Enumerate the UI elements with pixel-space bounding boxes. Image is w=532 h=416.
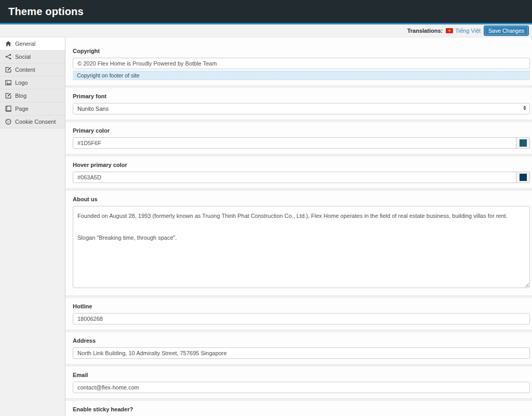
page-header: Theme options [0, 0, 532, 23]
email-label: Email [73, 372, 530, 378]
email-input[interactable] [73, 382, 530, 393]
book-icon [5, 106, 11, 112]
cookie-icon [5, 119, 11, 125]
select-arrows-icon [523, 106, 526, 110]
sidebar-item-label: Blog [15, 93, 26, 99]
sidebar-list: General Social Content Logo [0, 37, 65, 128]
share-icon [5, 54, 11, 60]
hover-primary-color-picker-button[interactable] [516, 172, 530, 183]
sidebar-item-label: Social [15, 54, 31, 60]
image-icon [5, 80, 11, 86]
page-title: Theme options [8, 6, 84, 18]
sidebar-item-cookie-consent[interactable]: Cookie Consent [0, 115, 65, 128]
sidebar-item-logo[interactable]: Logo [0, 76, 65, 89]
hotline-input[interactable] [73, 313, 530, 324]
hotline-group: Hotline [73, 298, 530, 330]
sidebar-item-content[interactable]: Content [0, 63, 65, 76]
translations-toolbar: Translations: Tiếng Việt Save Changes [0, 24, 532, 37]
sidebar-item-social[interactable]: Social [0, 50, 65, 63]
vietnam-flag-icon [446, 28, 453, 33]
hotline-label: Hotline [73, 303, 530, 309]
primary-font-selected-value: Nunito Sans [77, 106, 109, 112]
sidebar-item-label: Logo [15, 80, 28, 86]
sidebar-item-page[interactable]: Page [0, 102, 65, 115]
address-input[interactable] [73, 347, 530, 359]
edit-icon [5, 67, 11, 73]
primary-color-input[interactable] [73, 137, 516, 149]
address-label: Address [73, 337, 530, 344]
copyright-group: Copyright Copyright on footer of site [73, 45, 530, 85]
address-group: Address [73, 332, 530, 364]
language-link[interactable]: Tiếng Việt [446, 28, 481, 34]
primary-font-select[interactable]: Nunito Sans [73, 103, 530, 114]
about-us-group: About us Founded on August 28, 1993 (for… [73, 191, 530, 295]
sticky-header-group: Enable sticky header? [73, 401, 530, 416]
sidebar-item-label: Content [15, 67, 35, 73]
email-group: Email [73, 367, 530, 398]
copyright-input[interactable] [73, 58, 530, 69]
sidebar-item-blog[interactable]: Blog [0, 89, 65, 102]
sidebar-item-label: Cookie Consent [15, 119, 56, 125]
save-changes-button[interactable]: Save Changes [484, 25, 529, 36]
theme-options-form: Copyright Copyright on footer of site Pr… [65, 37, 532, 416]
primary-color-swatch [520, 139, 527, 147]
language-name: Tiếng Việt [455, 28, 481, 34]
sidebar-item-general[interactable]: General [0, 37, 65, 50]
about-us-textarea[interactable]: Founded on August 28, 1993 (formerly kno… [73, 206, 530, 288]
primary-color-group: Primary color [73, 122, 530, 154]
home-icon [5, 41, 11, 47]
sidebar-item-label: Page [15, 106, 29, 112]
hover-primary-color-swatch [520, 174, 527, 181]
primary-color-picker-button[interactable] [516, 137, 530, 149]
sidebar-item-label: General [15, 41, 35, 47]
primary-color-label: Primary color [73, 127, 530, 134]
sticky-header-label: Enable sticky header? [73, 406, 530, 412]
about-us-label: About us [73, 196, 530, 202]
copyright-label: Copyright [73, 48, 530, 54]
edit-icon [5, 93, 11, 99]
primary-font-label: Primary font [73, 93, 530, 99]
hover-primary-color-group: Hover primary color [73, 157, 530, 188]
content-layout: General Social Content Logo [0, 37, 532, 416]
hover-primary-color-label: Hover primary color [73, 162, 530, 168]
hover-primary-color-input[interactable] [73, 172, 516, 183]
settings-sidebar: General Social Content Logo [0, 37, 65, 416]
primary-font-group: Primary font Nunito Sans [73, 88, 530, 120]
copyright-help-text: Copyright on footer of site [73, 71, 530, 80]
translations-label: Translations: [407, 28, 443, 34]
